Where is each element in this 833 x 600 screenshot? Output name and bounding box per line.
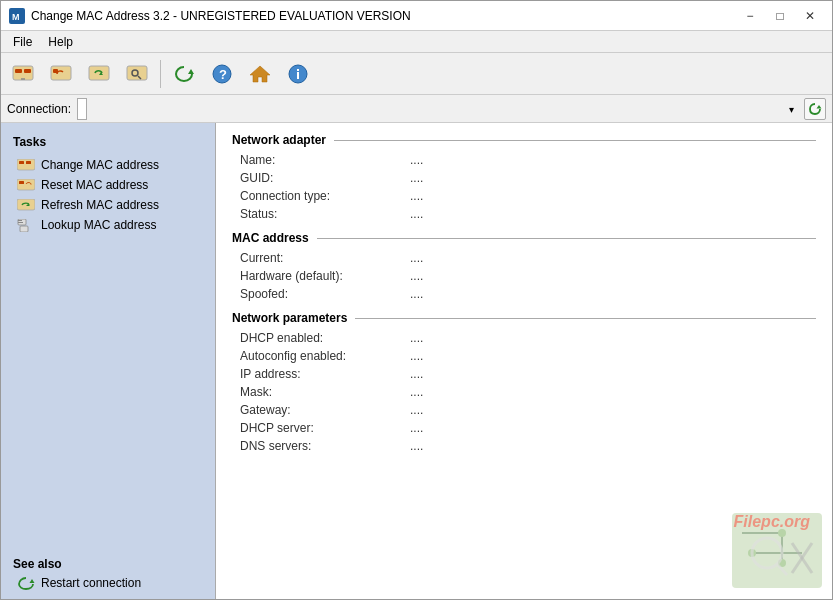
svg-rect-9	[127, 66, 147, 80]
sidebar-item-change-mac[interactable]: Change MAC address	[1, 155, 215, 175]
field-dns-value: ....	[410, 439, 423, 453]
main-content: Tasks Change MAC address Reset MAC addre…	[1, 123, 832, 600]
svg-marker-19	[817, 105, 822, 109]
change-mac-toolbar-btn[interactable]	[5, 56, 41, 92]
svg-rect-21	[19, 161, 24, 164]
refresh-mac-toolbar-btn[interactable]	[81, 56, 117, 92]
reset-mac-icon	[49, 62, 73, 86]
restart-connection-label: Restart connection	[41, 576, 141, 590]
reset-mac-sidebar-icon	[17, 178, 35, 192]
field-autoconfig-label: Autoconfig enabled:	[240, 349, 410, 363]
connection-label: Connection:	[7, 102, 71, 116]
field-gateway-row: Gateway: ....	[232, 403, 816, 417]
watermark-text: Filepc.org	[734, 513, 810, 531]
sidebar: Tasks Change MAC address Reset MAC addre…	[1, 123, 216, 600]
connection-bar: Connection:	[1, 95, 832, 123]
change-mac-label: Change MAC address	[41, 158, 159, 172]
help-icon: ?	[210, 62, 234, 86]
home-toolbar-btn[interactable]	[242, 56, 278, 92]
title-text: Change MAC Address 3.2 - UNREGISTERED EV…	[31, 9, 411, 23]
sidebar-item-restart-connection[interactable]: Restart connection	[1, 573, 215, 593]
reset-mac-toolbar-btn[interactable]	[43, 56, 79, 92]
title-controls: − □ ✕	[736, 5, 824, 27]
minimize-button[interactable]: −	[736, 5, 764, 27]
home-icon	[248, 62, 272, 86]
field-ip-row: IP address: ....	[232, 367, 816, 381]
field-hardware-value: ....	[410, 269, 423, 283]
menu-bar: File Help	[1, 31, 832, 53]
app-icon: M	[9, 8, 25, 24]
refresh-icon	[172, 62, 196, 86]
maximize-button[interactable]: □	[766, 5, 794, 27]
svg-marker-12	[188, 69, 194, 74]
toolbar: ?	[1, 53, 832, 95]
field-guid-row: GUID: ....	[232, 171, 816, 185]
sidebar-spacer	[1, 235, 215, 551]
sidebar-see-also-title: See also	[1, 551, 215, 573]
field-current-value: ....	[410, 251, 423, 265]
reset-mac-label: Reset MAC address	[41, 178, 148, 192]
mac-address-section-header: MAC address	[232, 231, 816, 245]
field-name-value: ....	[410, 153, 423, 167]
refresh-mac-icon	[87, 62, 111, 86]
connection-refresh-btn[interactable]	[804, 98, 826, 120]
svg-rect-17	[297, 72, 299, 79]
field-dhcp-server-label: DHCP server:	[240, 421, 410, 435]
network-params-section-line	[355, 318, 816, 319]
svg-rect-23	[17, 179, 35, 190]
refresh-mac-sidebar-icon	[17, 198, 35, 212]
menu-file[interactable]: File	[5, 33, 40, 51]
menu-help[interactable]: Help	[40, 33, 81, 51]
lookup-mac-icon	[125, 62, 149, 86]
svg-rect-25	[17, 199, 35, 210]
change-mac-sidebar-icon	[17, 158, 35, 172]
sidebar-item-reset-mac[interactable]: Reset MAC address	[1, 175, 215, 195]
svg-rect-22	[26, 161, 31, 164]
refresh-toolbar-btn[interactable]	[166, 56, 202, 92]
field-dhcp-enabled-value: ....	[410, 331, 423, 345]
field-dns-row: DNS servers: ....	[232, 439, 816, 453]
svg-rect-28	[20, 226, 28, 232]
field-dhcp-server-value: ....	[410, 421, 423, 435]
field-mask-label: Mask:	[240, 385, 410, 399]
lookup-mac-toolbar-btn[interactable]	[119, 56, 155, 92]
field-dhcp-enabled-label: DHCP enabled:	[240, 331, 410, 345]
help-toolbar-btn[interactable]: ?	[204, 56, 240, 92]
field-spoofed-label: Spoofed:	[240, 287, 410, 301]
connection-select[interactable]	[77, 98, 87, 120]
svg-rect-29	[18, 220, 22, 221]
field-guid-value: ....	[410, 171, 423, 185]
field-gateway-value: ....	[410, 403, 423, 417]
sidebar-item-refresh-mac[interactable]: Refresh MAC address	[1, 195, 215, 215]
network-adapter-section-header: Network adapter	[232, 133, 816, 147]
sidebar-tasks-title: Tasks	[1, 131, 215, 155]
restart-connection-sidebar-icon	[17, 576, 35, 590]
field-status-value: ....	[410, 207, 423, 221]
right-panel: Network adapter Name: .... GUID: .... Co…	[216, 123, 832, 600]
field-status-label: Status:	[240, 207, 410, 221]
svg-rect-6	[53, 69, 58, 73]
toolbar-separator-1	[160, 60, 161, 88]
field-hardware-label: Hardware (default):	[240, 269, 410, 283]
info-toolbar-btn[interactable]	[280, 56, 316, 92]
svg-text:M: M	[12, 12, 20, 22]
field-dhcp-enabled-row: DHCP enabled: ....	[232, 331, 816, 345]
network-params-section-header: Network parameters	[232, 311, 816, 325]
connection-refresh-icon	[808, 102, 822, 116]
watermark: Filepc.org	[732, 513, 822, 591]
field-autoconfig-value: ....	[410, 349, 423, 363]
field-connection-type-row: Connection type: ....	[232, 189, 816, 203]
network-adapter-section-title: Network adapter	[232, 133, 326, 147]
sidebar-item-lookup-mac[interactable]: Lookup MAC address	[1, 215, 215, 235]
field-mask-value: ....	[410, 385, 423, 399]
close-button[interactable]: ✕	[796, 5, 824, 27]
svg-text:?: ?	[219, 67, 227, 82]
network-params-section-title: Network parameters	[232, 311, 347, 325]
mac-address-section-line	[317, 238, 816, 239]
field-current-label: Current:	[240, 251, 410, 265]
field-spoofed-value: ....	[410, 287, 423, 301]
connection-select-wrapper	[77, 98, 798, 120]
lookup-mac-label: Lookup MAC address	[41, 218, 156, 232]
change-mac-icon	[11, 62, 35, 86]
svg-rect-30	[18, 222, 23, 223]
